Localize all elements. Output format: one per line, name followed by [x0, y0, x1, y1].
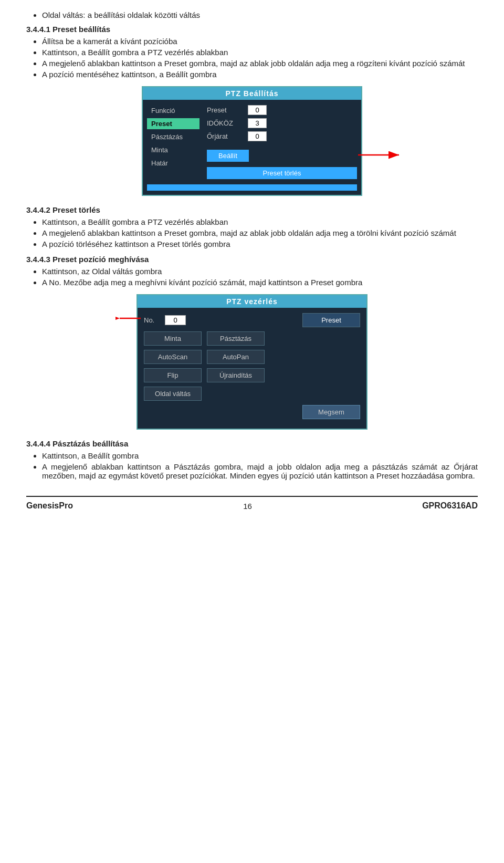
ptz-beallitas-title: PTZ Beállítás — [143, 87, 361, 100]
ptzv-ujrainditas-button[interactable]: Újraindítás — [207, 368, 265, 382]
ptzv-minta-row: Minta Pásztázás — [144, 331, 360, 346]
section-342-item-2: A megjelenő ablakban kattintson a Preset… — [42, 228, 478, 237]
ptz-vezérles-window: PTZ vezérlés No. 0 Preset Minta Pásztázá… — [136, 294, 368, 430]
ptz-label-preset: Preset — [207, 106, 244, 114]
ptzv-no-row: No. 0 Preset — [144, 313, 360, 327]
section-344-item-2: A megjelenő ablakban kattintson a Pásztá… — [42, 462, 478, 480]
section-344: 3.4.4.4 Pásztázás beállítása Kattintson,… — [26, 439, 478, 480]
ptz-label-orjarat: Őrjárat — [207, 132, 244, 140]
ptzv-title: PTZ vezérlés — [138, 295, 366, 308]
ptz-bottom-bar — [147, 184, 357, 191]
section-341-item-2: Kattintson, a Beállít gombra a PTZ vezér… — [42, 48, 478, 57]
section-344-list: Kattintson, a Beállít gombra A megjelenő… — [42, 451, 478, 480]
ptzv-no-label: No. — [144, 316, 160, 324]
ptzv-cancel-row: Megsem — [144, 405, 360, 419]
section-343-heading: 3.4.4.3 Preset pozíció meghívása — [26, 255, 478, 264]
ptzv-autoscan-button[interactable]: AutoScan — [144, 350, 202, 364]
ptz-beallitas-wrapper: PTZ Beállítás Funkció Preset Pásztázás M… — [142, 86, 362, 196]
section-344-heading: 3.4.4.4 Pásztázás beállítása — [26, 439, 478, 448]
ptz-left-menu: Funkció Preset Pásztázás Minta Határ — [147, 105, 200, 179]
ptz-label-idokoz: IDŐKÖZ — [207, 119, 244, 127]
section-343-item-2: A No. Mezőbe adja meg a meghívni kívánt … — [42, 278, 478, 287]
ptz-buttons-col: Beállít — [207, 148, 357, 179]
ptz-menu-hatar[interactable]: Határ — [147, 158, 200, 169]
ptz-beallitas-window: PTZ Beállítás Funkció Preset Pásztázás M… — [142, 86, 362, 196]
ptz-row-orjarat: Őrjárat 0 — [207, 131, 357, 141]
ptzv-flip-button[interactable]: Flip — [144, 368, 202, 382]
section-341-item-3: A megjelenő ablakban kattintson a Preset… — [42, 59, 478, 68]
ptzv-minta-button[interactable]: Minta — [144, 331, 202, 346]
ptz-menu-minta[interactable]: Minta — [147, 144, 200, 155]
ptzv-flip-row: Flip Újraindítás — [144, 368, 360, 382]
section-342-item-1: Kattintson, a Beállít gombra a PTZ vezér… — [42, 217, 478, 226]
content-area: Oldal váltás: a beállítási oldalak közöt… — [26, 11, 478, 511]
ptzv-autopan-button[interactable]: AutoPan — [207, 350, 265, 364]
ptz-beallitas-content: Funkció Preset Pásztázás Minta Határ Pre… — [143, 100, 361, 184]
section-341-item-1: Állítsa be a kamerát a kívánt pozícióba — [42, 37, 478, 46]
ptz-row-preset: Preset 0 — [207, 105, 357, 115]
ptz-vezérles-wrapper: PTZ vezérlés No. 0 Preset Minta Pásztázá… — [136, 294, 368, 430]
ptz-torles-button[interactable]: Preset törlés — [207, 167, 357, 179]
ptzv-autoscan-row: AutoScan AutoPan — [144, 350, 360, 364]
ptzv-content: No. 0 Preset Minta Pásztázás AutoScan Au… — [138, 308, 366, 429]
section-342-item-3: A pozíció törléséhez kattintson a Preset… — [42, 240, 478, 248]
section-342: 3.4.4.2 Preset törlés Kattintson, a Beál… — [26, 205, 478, 248]
ptz-value-idokoz: 3 — [248, 118, 267, 128]
ptz-menu-pasztazas[interactable]: Pásztázás — [147, 131, 200, 142]
ptzv-preset-button[interactable]: Preset — [302, 313, 360, 327]
section-342-heading: 3.4.4.2 Preset törlés — [26, 205, 478, 214]
section-341: 3.4.4.1 Preset beállítás Állítsa be a ka… — [26, 25, 478, 79]
intro-list: Oldal váltás: a beállítási oldalak közöt… — [42, 11, 478, 19]
ptz-right-content: Preset 0 IDŐKÖZ 3 Őrjárat 0 — [200, 105, 357, 179]
section-341-heading: 3.4.4.1 Preset beállítás — [26, 25, 478, 34]
ptz-menu-funkció[interactable]: Funkció — [147, 105, 200, 116]
section-341-item-4: A pozíció mentéséhez kattintson, a Beáll… — [42, 70, 478, 79]
ptz-beallít-row: Beállít — [207, 148, 357, 162]
ptzv-cancel-button[interactable]: Megsem — [302, 405, 360, 419]
footer: GenesisPro 16 GPRO6316AD — [26, 496, 478, 511]
ptzv-pasztazas-button[interactable]: Pásztázás — [207, 331, 265, 346]
intro-item: Oldal váltás: a beállítási oldalak közöt… — [42, 11, 478, 19]
ptzv-oldalvaltas-button[interactable]: Oldal váltás — [144, 387, 202, 401]
ptzv-no-value: 0 — [165, 315, 186, 325]
ptzv-oldalvaltas-row: Oldal váltás — [144, 387, 360, 401]
ptz-value-orjarat: 0 — [248, 131, 267, 141]
ptz-row-idokoz: IDŐKÖZ 3 — [207, 118, 357, 128]
red-arrow-left-icon — [116, 313, 142, 324]
footer-right: GPRO6316AD — [422, 501, 478, 511]
section-341-list: Állítsa be a kamerát a kívánt pozícióba … — [42, 37, 478, 79]
section-344-item-1: Kattintson, a Beállít gombra — [42, 451, 478, 460]
section-343-item-1: Kattintson, az Oldal váltás gombra — [42, 267, 478, 276]
ptz-vezérles-screenshot: PTZ vezérlés No. 0 Preset Minta Pásztázá… — [26, 294, 478, 430]
ptz-beallít-button[interactable]: Beállít — [207, 150, 249, 162]
section-342-list: Kattintson, a Beállít gombra a PTZ vezér… — [42, 217, 478, 248]
ptz-value-preset: 0 — [248, 105, 267, 115]
footer-center: 16 — [243, 502, 252, 511]
footer-left: GenesisPro — [26, 501, 73, 511]
section-343-list: Kattintson, az Oldal váltás gombra A No.… — [42, 267, 478, 287]
section-343: 3.4.4.3 Preset pozíció meghívása Kattint… — [26, 255, 478, 287]
ptz-beallitas-screenshot: PTZ Beállítás Funkció Preset Pásztázás M… — [26, 86, 478, 196]
ptz-menu-preset[interactable]: Preset — [147, 118, 200, 129]
red-arrow-icon — [358, 150, 404, 160]
